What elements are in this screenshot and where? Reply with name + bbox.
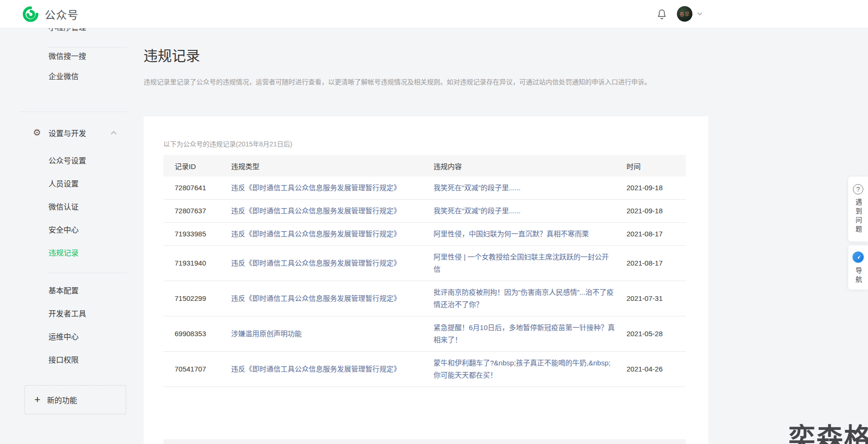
record-id: 69908353 xyxy=(163,316,220,352)
chevron-up-icon xyxy=(111,131,117,135)
app-title: 公众号 xyxy=(45,6,79,22)
violation-type: 违反《即时通信工具公众信息服务发展管理暂行规定》 xyxy=(220,200,422,223)
record-id: 72807637 xyxy=(163,200,220,223)
violation-type-link[interactable]: 违反《即时通信工具公众信息服务发展管理暂行规定》 xyxy=(231,207,401,215)
table-row: 71931940违反《即时通信工具公众信息服务发展管理暂行规定》阿里性侵 | 一… xyxy=(163,246,686,281)
help-float-label: 遇到问题 xyxy=(855,199,862,234)
violation-content-link[interactable]: 批评南京防疫被刑拘！因为“伤害南京人民感情”...治不了疫情还治不了你？ xyxy=(434,288,614,308)
sidebar: 小程序管理 微信搜一搜企业微信 ⚙ 设置与开发 公众号设置人员设置微信认证安全中… xyxy=(0,28,137,444)
record-id: 71502299 xyxy=(163,281,220,316)
sidebar-item-staff-settings[interactable]: 人员设置 xyxy=(48,179,86,189)
violation-date: 2021-08-17 xyxy=(615,246,686,281)
violation-content-link[interactable]: 蒙牛和伊利翻车了?&nbsp;孩子真正不能喝的牛奶,&nbsp;你可能天天都在买… xyxy=(434,359,611,379)
sidebar-item-security-center[interactable]: 安全中心 xyxy=(48,226,86,235)
page-description: 违规记录里记录了公众号的违规情况，运营者可随时进行查看，以更清晰了解帐号违规情况… xyxy=(144,77,685,87)
divider xyxy=(48,47,127,48)
watermark: 奕森格 xyxy=(788,425,868,444)
table-header-row: 记录ID违规类型违规内容时间 xyxy=(163,155,686,177)
violation-type-link[interactable]: 违反《即时通信工具公众信息服务发展管理暂行规定》 xyxy=(231,259,401,267)
sidebar-item-violation-records[interactable]: 违规记录 xyxy=(48,249,86,258)
violation-content-link[interactable]: 阿里性侵 | 一个女教授给全国妇联主席沈跃跃的一封公开信 xyxy=(434,253,609,273)
violation-date: 2021-04-26 xyxy=(615,352,686,387)
help-float-button[interactable]: ? 遇到问题 xyxy=(848,177,868,242)
violation-content: 阿里性侵 | 一个女教授给全国妇联主席沈跃跃的一封公开信 xyxy=(422,246,615,281)
violation-date: 2021-05-28 xyxy=(615,316,686,352)
violation-content: 阿里性侵，中国妇联为何一直沉默？真相不寒而栗 xyxy=(422,223,615,246)
sidebar-dev-list: 基本配置开发者工具运维中心接口权限 xyxy=(48,286,86,379)
sidebar-item-wechat-verification[interactable]: 微信认证 xyxy=(48,202,86,212)
table-row: 72807637违反《即时通信工具公众信息服务发展管理暂行规定》我笑死在“双减”… xyxy=(163,200,686,223)
violation-content: 紧急提醒！6月10日后，多地暂停新冠疫苗第一针接种？真相来了！ xyxy=(422,316,615,352)
violation-content-link[interactable]: 阿里性侵，中国妇联为何一直沉默？真相不寒而栗 xyxy=(434,230,589,238)
table-row: 71502299违反《即时通信工具公众信息服务发展管理暂行规定》批评南京防疫被刑… xyxy=(163,281,686,316)
sidebar-sub-list: 公众号设置人员设置微信认证安全中心违规记录 xyxy=(48,156,86,272)
sidebar-item-wechat-search[interactable]: 微信搜一搜 xyxy=(48,52,86,61)
top-header: 公众号 春早 xyxy=(0,0,868,28)
violation-type-link[interactable]: 违反《即时通信工具公众信息服务发展管理暂行规定》 xyxy=(231,184,401,192)
plus-icon: + xyxy=(34,395,40,405)
violation-type-link[interactable]: 违反《即时通信工具公众信息服务发展管理暂行规定》 xyxy=(231,365,401,373)
record-id: 71933985 xyxy=(163,223,220,246)
sidebar-item-api-permissions[interactable]: 接口权限 xyxy=(48,355,86,365)
violation-date: 2021-09-18 xyxy=(615,177,686,200)
violation-table: 记录ID违规类型违规内容时间 72807641违反《即时通信工具公众信息服务发展… xyxy=(163,155,686,387)
question-circle-icon: ? xyxy=(853,184,863,194)
violation-content-link[interactable]: 我笑死在“双减”的段子里...... xyxy=(434,184,521,192)
violation-content-link[interactable]: 我笑死在“双减”的段子里...... xyxy=(434,207,521,215)
chevron-down-icon xyxy=(697,12,702,16)
sidebar-item-operations-center[interactable]: 运维中心 xyxy=(48,332,86,342)
column-header-1: 违规类型 xyxy=(220,155,422,177)
column-header-2: 违规内容 xyxy=(422,155,615,177)
navigation-float-label: 导航 xyxy=(855,267,862,285)
compass-icon xyxy=(852,251,864,263)
sidebar-item-wecom[interactable]: 企业微信 xyxy=(48,72,86,81)
page-title: 违规记录 xyxy=(144,44,200,65)
table-row: 71933985违反《即时通信工具公众信息服务发展管理暂行规定》阿里性侵，中国妇… xyxy=(163,223,686,246)
divider xyxy=(20,112,127,112)
column-header-0: 记录ID xyxy=(163,155,220,177)
notification-bell-icon[interactable] xyxy=(657,8,667,20)
violation-content: 蒙牛和伊利翻车了?&nbsp;孩子真正不能喝的牛奶,&nbsp;你可能天天都在买… xyxy=(422,352,615,387)
violation-type: 违反《即时通信工具公众信息服务发展管理暂行规定》 xyxy=(220,281,422,316)
sidebar-item-basic-configuration[interactable]: 基本配置 xyxy=(48,286,86,296)
violation-date: 2021-08-17 xyxy=(615,223,686,246)
table-row: 70541707违反《即时通信工具公众信息服务发展管理暂行规定》蒙牛和伊利翻车了… xyxy=(163,352,686,387)
violation-content: 批评南京防疫被刑拘！因为“伤害南京人民感情”...治不了疫情还治不了你？ xyxy=(422,281,615,316)
next-section-edge xyxy=(163,439,686,444)
column-header-3: 时间 xyxy=(615,155,686,177)
violation-table-body: 72807641违反《即时通信工具公众信息服务发展管理暂行规定》我笑死在“双减”… xyxy=(163,177,686,387)
record-id: 72807641 xyxy=(163,177,220,200)
violation-type: 违反《即时通信工具公众信息服务发展管理暂行规定》 xyxy=(220,177,422,200)
violation-type: 违反《即时通信工具公众信息服务发展管理暂行规定》 xyxy=(220,223,422,246)
violation-type-link[interactable]: 涉嫌滥用原创声明功能 xyxy=(231,330,302,338)
sidebar-top-list: 微信搜一搜企业微信 xyxy=(48,52,86,92)
violation-type: 违反《即时通信工具公众信息服务发展管理暂行规定》 xyxy=(220,352,422,387)
account-menu[interactable]: 春早 xyxy=(677,6,702,22)
table-note: 以下为公众号的违规记录(2015年8月21日后) xyxy=(163,139,708,148)
violation-date: 2021-09-18 xyxy=(615,200,686,223)
violation-content: 我笑死在“双减”的段子里...... xyxy=(422,200,615,223)
new-feature-label: 新的功能 xyxy=(47,394,77,405)
sidebar-item-account-settings[interactable]: 公众号设置 xyxy=(48,156,86,166)
table-row: 72807641违反《即时通信工具公众信息服务发展管理暂行规定》我笑死在“双减”… xyxy=(163,177,686,200)
record-id: 71931940 xyxy=(163,246,220,281)
violation-date: 2021-07-31 xyxy=(615,281,686,316)
gear-icon: ⚙ xyxy=(33,128,48,137)
sidebar-item-developer-tools[interactable]: 开发者工具 xyxy=(48,309,86,319)
table-row: 69908353涉嫌滥用原创声明功能紧急提醒！6月10日后，多地暂停新冠疫苗第一… xyxy=(163,316,686,352)
navigation-float-button[interactable]: 导航 xyxy=(848,245,868,290)
wechat-mp-logo-icon xyxy=(23,6,39,22)
brand[interactable]: 公众号 xyxy=(23,6,79,23)
violation-records-card: 以下为公众号的违规记录(2015年8月21日后) 记录ID违规类型违规内容时间 … xyxy=(144,116,708,444)
avatar: 春早 xyxy=(677,6,692,22)
new-feature-button[interactable]: + 新的功能 xyxy=(24,385,126,414)
violation-type-link[interactable]: 违反《即时通信工具公众信息服务发展管理暂行规定》 xyxy=(231,230,401,238)
sidebar-section-label: 设置与开发 xyxy=(48,127,107,138)
divider xyxy=(48,273,127,273)
violation-content-link[interactable]: 紧急提醒！6月10日后，多地暂停新冠疫苗第一针接种？真相来了！ xyxy=(434,323,615,344)
violation-type-link[interactable]: 违反《即时通信工具公众信息服务发展管理暂行规定》 xyxy=(231,294,401,302)
sidebar-section-settings-dev[interactable]: ⚙ 设置与开发 xyxy=(33,127,117,138)
violation-type: 违反《即时通信工具公众信息服务发展管理暂行规定》 xyxy=(220,246,422,281)
violation-type: 涉嫌滥用原创声明功能 xyxy=(220,316,422,352)
record-id: 70541707 xyxy=(163,352,220,387)
